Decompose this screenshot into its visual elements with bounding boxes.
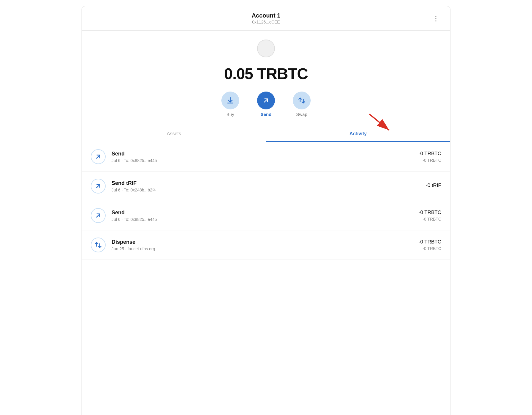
send-label: Send bbox=[261, 112, 272, 117]
activity-item[interactable]: Send tRIF Jul 6 · To: 0x248b...b2f4 -0 t… bbox=[82, 172, 450, 201]
send-button-wrapper[interactable]: Send bbox=[257, 92, 275, 117]
amount-secondary: -0 TRBTC bbox=[419, 217, 441, 221]
account-name: Account 1 bbox=[252, 12, 281, 19]
activity-title: Dispense bbox=[112, 239, 419, 245]
action-buttons: Buy Send Swap bbox=[82, 92, 450, 126]
account-info: Account 1 0x1126...cCEE bbox=[252, 12, 281, 24]
buy-button[interactable] bbox=[221, 92, 239, 109]
buy-button-wrapper[interactable]: Buy bbox=[221, 92, 239, 117]
amount-primary: -0 TRBTC bbox=[419, 239, 441, 245]
amount-primary: -0 TRBTC bbox=[419, 151, 441, 157]
swap-button-wrapper[interactable]: Swap bbox=[293, 92, 311, 117]
activity-list: Send Jul 6 · To: 0x8825...e445 -0 TRBTC … bbox=[82, 142, 450, 260]
avatar bbox=[257, 40, 275, 57]
activity-subtitle: Jun 25 · faucet.rifos.org bbox=[112, 246, 419, 251]
more-options-icon: ⋮ bbox=[432, 14, 440, 22]
activity-subtitle: Jul 6 · To: 0x8825...e445 bbox=[112, 217, 419, 222]
activity-item[interactable]: Send Jul 6 · To: 0x8825...e445 -0 TRBTC … bbox=[82, 201, 450, 230]
activity-icon-send-2 bbox=[91, 179, 106, 194]
activity-subtitle: Jul 6 · To: 0x8825...e445 bbox=[112, 158, 419, 163]
buy-label: Buy bbox=[226, 112, 234, 117]
amount-secondary: -0 TRBTC bbox=[419, 246, 441, 251]
send-activity-icon bbox=[94, 182, 102, 190]
activity-amount: -0 TRBTC -0 TRBTC bbox=[419, 239, 441, 251]
activity-item[interactable]: Send Jul 6 · To: 0x8825...e445 -0 TRBTC … bbox=[82, 142, 450, 172]
download-icon bbox=[226, 97, 234, 104]
tab-assets[interactable]: Assets bbox=[82, 126, 266, 142]
swap-button[interactable] bbox=[293, 92, 311, 109]
swap-icon bbox=[298, 97, 306, 104]
send-button[interactable] bbox=[257, 92, 275, 109]
activity-item[interactable]: Dispense Jun 25 · faucet.rifos.org -0 TR… bbox=[82, 230, 450, 260]
activity-subtitle: Jul 6 · To: 0x248b...b2f4 bbox=[112, 188, 426, 192]
tab-activity[interactable]: Activity bbox=[266, 126, 450, 142]
send-activity-icon bbox=[94, 212, 102, 219]
amount-primary: -0 tRIF bbox=[426, 183, 441, 188]
more-options-button[interactable]: ⋮ bbox=[431, 13, 441, 24]
activity-icon-dispense bbox=[91, 238, 106, 252]
activity-info: Dispense Jun 25 · faucet.rifos.org bbox=[112, 239, 419, 251]
dispense-activity-icon bbox=[94, 241, 102, 249]
activity-title: Send bbox=[112, 151, 419, 157]
swap-label: Swap bbox=[296, 112, 307, 117]
header: Account 1 0x1126...cCEE ⋮ bbox=[82, 6, 450, 31]
avatar-section bbox=[82, 31, 450, 60]
activity-icon-send-1 bbox=[91, 149, 106, 164]
balance-section: 0.05 TRBTC bbox=[82, 60, 450, 92]
activity-amount: -0 tRIF bbox=[426, 183, 441, 190]
activity-amount: -0 TRBTC -0 TRBTC bbox=[419, 210, 441, 221]
activity-info: Send tRIF Jul 6 · To: 0x248b...b2f4 bbox=[112, 180, 426, 192]
activity-info: Send Jul 6 · To: 0x8825...e445 bbox=[112, 210, 419, 222]
amount-secondary: -0 TRBTC bbox=[419, 158, 441, 163]
balance-amount: 0.05 TRBTC bbox=[82, 65, 450, 83]
account-address: 0x1126...cCEE bbox=[252, 20, 281, 24]
activity-icon-send-3 bbox=[91, 208, 106, 223]
activity-info: Send Jul 6 · To: 0x8825...e445 bbox=[112, 151, 419, 163]
activity-title: Send tRIF bbox=[112, 180, 426, 186]
send-activity-icon bbox=[94, 153, 102, 161]
amount-primary: -0 TRBTC bbox=[419, 210, 441, 216]
app-container: Account 1 0x1126...cCEE ⋮ 0.05 TRBTC Buy bbox=[82, 6, 450, 415]
activity-title: Send bbox=[112, 210, 419, 216]
tabs: Assets Activity bbox=[82, 126, 450, 142]
send-icon bbox=[262, 97, 270, 104]
activity-amount: -0 TRBTC -0 TRBTC bbox=[419, 151, 441, 163]
